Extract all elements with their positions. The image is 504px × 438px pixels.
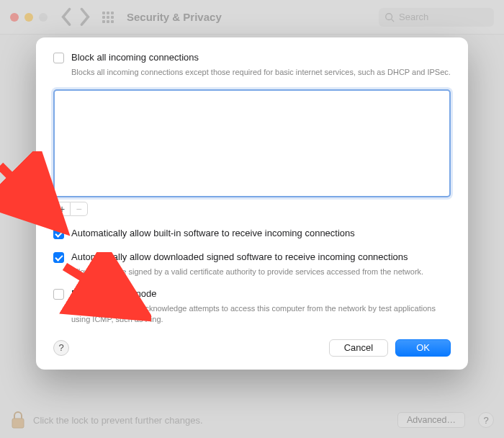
svg-line-1	[392, 19, 395, 22]
cancel-label: Cancel	[344, 342, 373, 353]
show-all-icon[interactable]	[102, 12, 114, 23]
auto-builtin-label: Automatically allow built-in software to…	[71, 228, 355, 240]
stealth-label: Enable stealth mode	[71, 288, 157, 300]
nav-arrows	[60, 11, 91, 24]
forward-button[interactable]	[78, 11, 91, 24]
app-list[interactable]	[53, 89, 451, 197]
search-field[interactable]: Search	[379, 8, 494, 27]
stealth-section: Enable stealth mode Don't respond to or …	[53, 288, 451, 325]
advanced-label: Advanced…	[407, 415, 456, 425]
stealth-sub: Don't respond to or acknowledge attempts…	[71, 303, 451, 325]
lock-icon[interactable]	[10, 411, 26, 429]
auto-builtin-checkbox[interactable]	[53, 228, 64, 239]
block-all-section: Block all incoming connections Blocks al…	[53, 52, 451, 78]
titlebar: Security & Privacy Search	[0, 0, 504, 35]
minimize-window-button[interactable]	[24, 13, 33, 22]
auto-downloaded-label: Automatically allow downloaded signed so…	[71, 251, 408, 264]
window-controls	[10, 13, 48, 22]
svg-rect-2	[12, 419, 24, 428]
help-button[interactable]: ?	[478, 412, 494, 428]
window-title: Security & Privacy	[127, 11, 222, 23]
zoom-window-button[interactable]	[39, 13, 48, 22]
bottom-bar: Click the lock to prevent further change…	[0, 402, 504, 438]
auto-builtin-section: Automatically allow built-in software to…	[53, 228, 451, 240]
search-icon	[384, 12, 395, 22]
add-button[interactable]: +	[53, 202, 71, 216]
block-all-sub: Blocks all incoming connections except t…	[71, 67, 451, 78]
remove-button[interactable]: −	[71, 202, 88, 216]
auto-downloaded-checkbox[interactable]	[53, 252, 64, 263]
cancel-button[interactable]: Cancel	[329, 339, 388, 357]
stealth-checkbox[interactable]	[53, 289, 64, 300]
svg-point-0	[386, 13, 392, 19]
firewall-options-sheet: Block all incoming connections Blocks al…	[36, 37, 468, 370]
block-all-label: Block all incoming connections	[71, 52, 199, 64]
advanced-button[interactable]: Advanced…	[397, 412, 465, 428]
ok-label: OK	[416, 342, 430, 353]
search-placeholder: Search	[399, 12, 428, 22]
block-all-checkbox[interactable]	[53, 53, 64, 63]
sheet-footer: ? Cancel OK	[53, 339, 451, 357]
auto-downloaded-sub: Allows software signed by a valid certif…	[71, 267, 451, 277]
back-button[interactable]	[60, 11, 73, 24]
auto-downloaded-section: Automatically allow downloaded signed so…	[53, 251, 451, 277]
ok-button[interactable]: OK	[395, 339, 451, 357]
add-remove-controls: + −	[53, 202, 451, 216]
close-window-button[interactable]	[10, 13, 19, 22]
lock-text: Click the lock to prevent further change…	[33, 415, 203, 426]
sheet-help-button[interactable]: ?	[53, 340, 69, 356]
